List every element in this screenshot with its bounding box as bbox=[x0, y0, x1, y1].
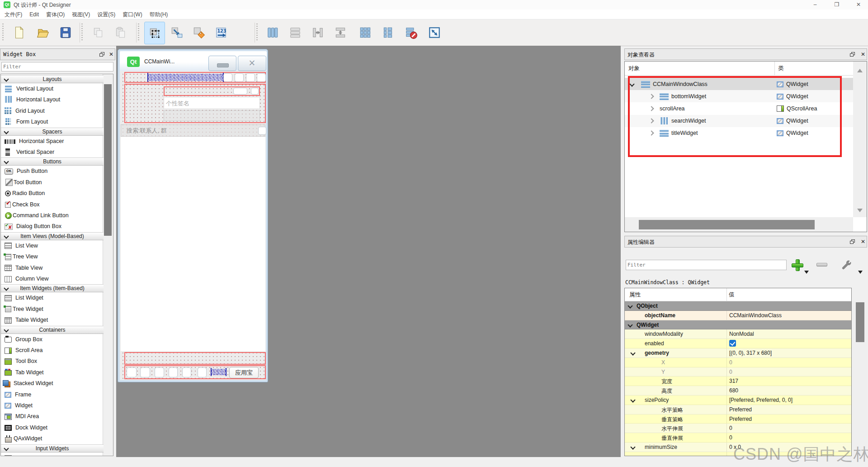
signature-field[interactable]: 个性签名 bbox=[164, 97, 260, 109]
configure-icon[interactable] bbox=[840, 259, 852, 271]
float-icon[interactable] bbox=[850, 239, 855, 244]
maximize-button[interactable]: ❐ bbox=[829, 0, 844, 10]
property-value[interactable]: Preferred bbox=[729, 406, 752, 413]
widget-item-stacked-widget[interactable]: Stacked Widget bbox=[1, 378, 104, 389]
bottom-button-1[interactable] bbox=[127, 367, 137, 377]
app-button[interactable]: 应用宝 bbox=[229, 367, 259, 378]
property-row-垂直策略[interactable]: 垂直策略Preferred bbox=[625, 415, 851, 424]
close-button[interactable]: ✕ bbox=[851, 0, 866, 10]
widget-item-table-view[interactable]: Table View bbox=[1, 262, 104, 273]
form-close-button[interactable] bbox=[238, 56, 266, 71]
remove-property-button[interactable] bbox=[816, 263, 827, 267]
property-value[interactable]: 317 bbox=[729, 378, 738, 384]
chevron-down-icon[interactable] bbox=[627, 303, 632, 308]
widget-item-group-box[interactable]: Group Box bbox=[1, 334, 104, 345]
widget-item-vertical-spacer[interactable]: Vertical Spacer bbox=[1, 147, 104, 157]
toolbar-button-save-file[interactable] bbox=[56, 22, 75, 43]
widget-item-grid-layout[interactable]: Grid Layout bbox=[1, 105, 104, 116]
scroll-area[interactable] bbox=[121, 137, 265, 351]
title-button-4[interactable] bbox=[257, 73, 266, 82]
property-value[interactable]: 0 bbox=[729, 369, 732, 375]
toolbar-button-layout-vertical[interactable] bbox=[285, 22, 305, 43]
bottom-button-2[interactable] bbox=[140, 367, 150, 377]
property-value[interactable]: [(0, 0), 317 x 680] bbox=[729, 350, 772, 356]
widget-category-layouts[interactable]: Layouts bbox=[1, 75, 104, 83]
minimize-button[interactable]: – bbox=[807, 0, 823, 10]
bottom-button-4[interactable] bbox=[169, 367, 178, 377]
widget-item-column-view[interactable]: Column View bbox=[1, 273, 104, 284]
property-row-Y[interactable]: Y0 bbox=[625, 367, 851, 377]
column-divider[interactable] bbox=[726, 288, 727, 301]
bottom-button-6[interactable] bbox=[198, 367, 207, 377]
chevron-down-icon[interactable] bbox=[630, 350, 635, 355]
property-value[interactable]: NonModal bbox=[729, 331, 754, 337]
property-group-QWidget[interactable]: QWidget bbox=[625, 320, 851, 330]
bottom-button-5[interactable] bbox=[182, 367, 191, 377]
widget-box-scrollbar[interactable] bbox=[103, 74, 113, 456]
scrollbar-thumb[interactable] bbox=[104, 84, 112, 236]
property-value[interactable]: Preferred bbox=[729, 416, 752, 422]
widget-item-list-widget[interactable]: List Widget bbox=[1, 292, 104, 303]
property-row-高度[interactable]: 高度680 bbox=[625, 386, 851, 396]
close-icon[interactable]: ✕ bbox=[860, 51, 866, 58]
property-value[interactable]: 0 bbox=[729, 425, 732, 431]
bottom-dotted-region[interactable] bbox=[124, 352, 266, 365]
widget-item-mdi-area[interactable]: MDI Area bbox=[1, 411, 104, 422]
menu-item-1[interactable]: Edit bbox=[26, 10, 42, 19]
widget-item-push-button[interactable]: Push Button bbox=[1, 166, 104, 176]
widget-item-scroll-area[interactable]: Scroll Area bbox=[1, 345, 104, 356]
property-row-宽度[interactable]: 宽度317 bbox=[625, 376, 851, 386]
toolbar-button-edit-widgets[interactable] bbox=[144, 22, 165, 44]
title-widget-region[interactable] bbox=[124, 72, 266, 83]
toolbar-button-layout-horizontal[interactable] bbox=[263, 22, 283, 43]
property-group-QObject[interactable]: QObject bbox=[625, 301, 851, 311]
bottom-button-3[interactable] bbox=[155, 367, 164, 377]
form-window[interactable]: Qt CCMainWi... 个性签名 搜索:联系人, 群 bbox=[118, 49, 268, 382]
bottom-widget-region[interactable]: 应用宝 bbox=[124, 365, 266, 379]
checkbox-checked-icon[interactable] bbox=[729, 340, 736, 347]
horizontal-spacer[interactable] bbox=[148, 74, 223, 81]
configure-dropdown-icon[interactable] bbox=[858, 271, 863, 274]
toolbar-button-layout-form[interactable] bbox=[378, 22, 398, 43]
widget-category-input-widgets[interactable]: Input Widgets bbox=[1, 444, 104, 453]
widget-item-check-box[interactable]: Check Box bbox=[1, 199, 104, 210]
toolbar-button-edit-buddies[interactable] bbox=[189, 22, 209, 43]
widget-item-frame[interactable]: Frame bbox=[1, 389, 104, 400]
widget-box-filter-input[interactable] bbox=[1, 62, 113, 71]
widget-item-table-widget[interactable]: Table Widget bbox=[1, 315, 104, 325]
toolbar-button-new-file[interactable] bbox=[9, 22, 29, 43]
widget-item-dock-widget[interactable]: Dock Widget bbox=[1, 422, 104, 433]
property-row-水平策略[interactable]: 水平策略Preferred bbox=[625, 405, 851, 415]
title-button-2[interactable] bbox=[235, 73, 244, 82]
float-icon[interactable] bbox=[850, 52, 855, 57]
property-filter-input[interactable] bbox=[626, 260, 787, 270]
widget-item-combo-box[interactable]: Combo Box bbox=[1, 453, 104, 456]
form-minimize-button[interactable] bbox=[208, 56, 236, 71]
widget-item-tree-view[interactable]: Tree View bbox=[1, 251, 104, 262]
widget-category-containers[interactable]: Containers bbox=[1, 326, 104, 334]
scrollbar-thumb[interactable] bbox=[639, 220, 815, 229]
property-row-sizePolicy[interactable]: sizePolicy[Preferred, Preferred, 0, 0] bbox=[625, 396, 851, 405]
property-row-windowModality[interactable]: windowModalityNonModal bbox=[625, 329, 851, 339]
toolbar-drag-handle[interactable] bbox=[138, 24, 139, 42]
search-bar-button[interactable] bbox=[258, 127, 266, 135]
menu-item-0[interactable]: 文件(F) bbox=[1, 10, 26, 20]
property-row-垂直伸展[interactable]: 垂直伸展0 bbox=[625, 433, 851, 443]
inner-row-region[interactable] bbox=[164, 86, 260, 96]
toolbar-button-layout-split-horizontal[interactable] bbox=[308, 22, 328, 43]
widget-item-list-view[interactable]: List View bbox=[1, 240, 104, 251]
add-property-button[interactable] bbox=[791, 259, 803, 271]
scrollbar-thumb[interactable] bbox=[856, 302, 864, 342]
toolbar-button-paste[interactable] bbox=[110, 22, 130, 43]
property-value[interactable]: CCMainWindowClass bbox=[729, 312, 782, 319]
widget-item-form-layout[interactable]: Form Layout bbox=[1, 116, 104, 127]
title-button-1[interactable] bbox=[223, 73, 232, 82]
chevron-down-icon[interactable] bbox=[630, 444, 635, 449]
toolbar-button-break-layout[interactable] bbox=[401, 22, 421, 43]
widget-item-qaxwidget[interactable]: QAxWidget bbox=[1, 433, 104, 444]
widget-category-item-widgets-item-based-[interactable]: Item Widgets (Item-Based) bbox=[1, 284, 104, 292]
widget-category-buttons[interactable]: Buttons bbox=[1, 157, 104, 166]
widget-item-horizontal-spacer[interactable]: Horizontal Spacer bbox=[1, 136, 104, 147]
close-icon[interactable]: ✕ bbox=[860, 238, 866, 245]
property-value[interactable]: 0 bbox=[729, 434, 732, 441]
